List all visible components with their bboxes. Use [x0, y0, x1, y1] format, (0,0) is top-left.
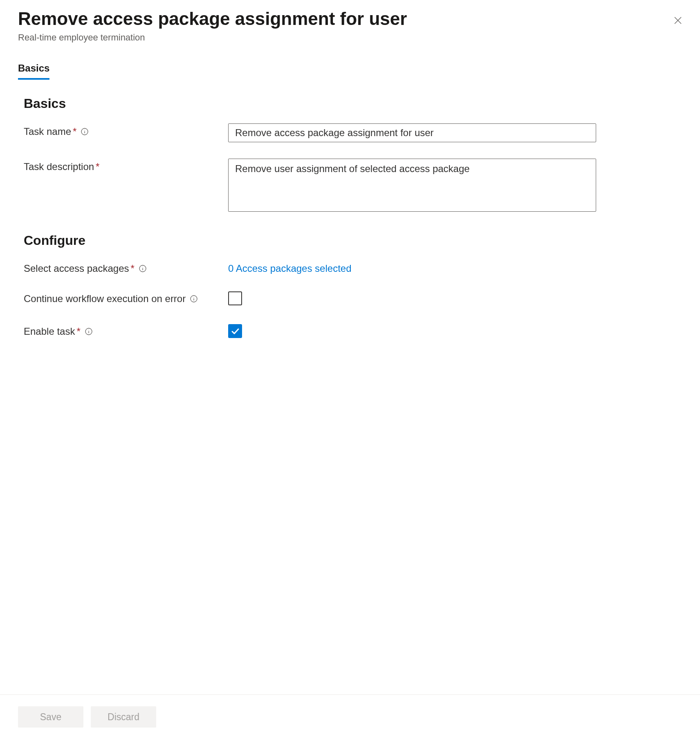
task-description-input[interactable] — [228, 159, 596, 212]
info-icon[interactable] — [85, 327, 93, 336]
page-title: Remove access package assignment for use… — [18, 8, 407, 30]
info-icon[interactable] — [139, 264, 147, 273]
task-name-row: Task name * — [18, 123, 682, 142]
required-marker: * — [130, 263, 134, 274]
enable-task-checkbox[interactable] — [228, 324, 242, 338]
page-subtitle: Real-time employee termination — [18, 32, 407, 43]
select-access-packages-label: Select access packages — [24, 263, 129, 274]
access-packages-link[interactable]: 0 Access packages selected — [228, 260, 352, 274]
svg-point-9 — [194, 297, 194, 297]
discard-button[interactable]: Discard — [91, 706, 156, 728]
info-icon[interactable] — [190, 295, 198, 303]
task-name-label: Task name — [24, 126, 71, 137]
enable-task-row: Enable task * — [18, 323, 682, 338]
task-description-row: Task description * — [18, 159, 682, 213]
svg-point-6 — [142, 266, 143, 267]
continue-on-error-checkbox[interactable] — [228, 291, 242, 305]
close-icon — [673, 16, 683, 25]
save-button[interactable]: Save — [18, 706, 83, 728]
close-button[interactable] — [670, 12, 686, 29]
enable-task-label: Enable task — [24, 326, 75, 337]
tab-basics[interactable]: Basics — [18, 63, 49, 80]
select-access-packages-row: Select access packages * 0 Access packag… — [18, 260, 682, 274]
required-marker: * — [96, 161, 99, 172]
task-description-label: Task description — [24, 161, 94, 172]
task-name-input[interactable] — [228, 123, 596, 142]
svg-point-3 — [85, 130, 85, 130]
tabs: Basics — [18, 63, 682, 80]
continue-on-error-row: Continue workflow execution on error — [18, 291, 682, 307]
svg-point-12 — [88, 329, 89, 330]
required-marker: * — [76, 326, 80, 337]
continue-on-error-label: Continue workflow execution on error — [24, 293, 186, 305]
checkmark-icon — [230, 326, 240, 336]
section-heading-configure: Configure — [18, 233, 682, 248]
section-heading-basics: Basics — [18, 96, 682, 111]
required-marker: * — [73, 126, 76, 137]
footer: Save Discard — [0, 694, 700, 739]
info-icon[interactable] — [81, 128, 89, 136]
